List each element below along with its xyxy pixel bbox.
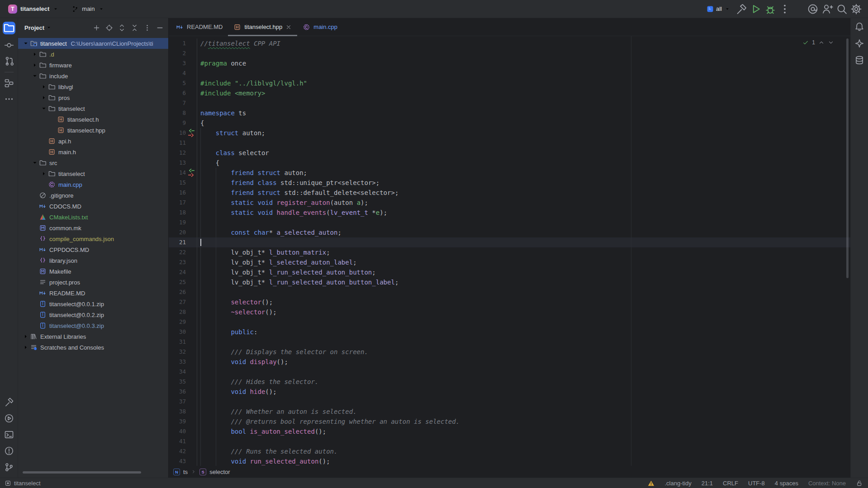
code-line[interactable]: 11 <box>169 138 850 148</box>
code-editor[interactable]: 1//titanselect CPP API23#pragma once45#i… <box>169 36 850 466</box>
tree-item[interactable]: library.json <box>18 255 168 266</box>
inspections-widget[interactable]: 1 <box>802 39 834 46</box>
tree-chevron-icon[interactable] <box>22 40 30 47</box>
close-icon[interactable] <box>285 24 292 30</box>
tree-chevron-icon[interactable] <box>31 72 39 80</box>
ai-sparkle-icon[interactable] <box>854 38 864 48</box>
chevron-down-icon[interactable] <box>46 24 52 31</box>
run-configuration-select[interactable]: all <box>704 5 733 14</box>
code-line[interactable]: 35 /// Hides the selector. <box>169 377 850 387</box>
more-kebab-icon[interactable] <box>778 3 791 15</box>
code-line[interactable]: 16 friend struct std::default_delete<sel… <box>169 188 850 198</box>
tree-item[interactable]: include <box>18 71 168 81</box>
code-line[interactable]: 27 selector(); <box>169 297 850 307</box>
code-with-me-icon[interactable] <box>821 3 834 15</box>
horizontal-scrollbar[interactable] <box>23 471 141 474</box>
code-line[interactable]: 31 <box>169 337 850 347</box>
search-everywhere-icon[interactable] <box>835 3 848 15</box>
code-line[interactable]: 40 bool is_auton_selected(); <box>169 426 850 436</box>
code-line[interactable]: 39 /// @returns bool representing whethe… <box>169 417 850 426</box>
code-line[interactable]: 13 { <box>169 158 850 168</box>
ai-assistant-icon[interactable] <box>806 3 819 15</box>
services-tool-window-icon[interactable] <box>4 413 14 423</box>
tree-chevron-icon[interactable] <box>40 94 48 101</box>
code-line[interactable]: 41 <box>169 436 850 446</box>
tree-chevron-icon[interactable] <box>40 105 48 112</box>
tree-chevron-icon[interactable] <box>31 62 39 69</box>
code-line[interactable]: 43 void run_selected_auton(); <box>169 456 850 466</box>
tree-item[interactable]: titanselectC:\Users\aaron\CLionProjects\… <box>18 38 168 49</box>
status-item[interactable]: .clang-tidy <box>664 480 691 487</box>
run-play-icon[interactable] <box>749 3 762 15</box>
tree-item[interactable]: api.h <box>18 136 168 147</box>
code-line[interactable]: 7 <box>169 98 850 108</box>
code-line[interactable]: 9{ <box>169 118 850 128</box>
code-line[interactable]: 15 friend class std::unique_ptr<selector… <box>169 178 850 188</box>
tree-item[interactable]: titanselect <box>18 103 168 114</box>
tree-item[interactable]: titanselect.h <box>18 114 168 125</box>
code-line[interactable]: 24 lv_obj_t* l_run_selected_auton_button… <box>169 267 850 277</box>
next-problem-icon[interactable] <box>828 39 834 46</box>
code-line[interactable]: 22 lv_obj_t* l_button_matrix; <box>169 247 850 257</box>
problems-tool-window-icon[interactable] <box>4 446 14 456</box>
code-line[interactable]: 42 /// Runs the selected auton. <box>169 446 850 456</box>
tree-item[interactable]: .gitignore <box>18 190 168 201</box>
code-line[interactable]: 30 public: <box>169 327 850 337</box>
more-kebab-icon[interactable] <box>143 24 151 32</box>
code-line[interactable]: 2 <box>169 48 850 58</box>
panel-title[interactable]: Project <box>24 24 44 31</box>
warning-triangle-icon[interactable] <box>648 480 655 487</box>
code-line[interactable]: 6#include <memory> <box>169 88 850 98</box>
expand-all-icon[interactable] <box>118 24 126 32</box>
debug-bug-icon[interactable] <box>764 3 777 15</box>
prev-problem-icon[interactable] <box>818 39 825 46</box>
tree-chevron-icon[interactable] <box>31 51 39 58</box>
tree-chevron-icon[interactable] <box>22 333 30 340</box>
code-line[interactable]: 4 <box>169 68 850 78</box>
code-line[interactable]: 28 ~selector(); <box>169 307 850 317</box>
build-tool-window-icon[interactable] <box>4 397 14 407</box>
tree-item[interactable]: firmware <box>18 60 168 71</box>
tree-item[interactable]: CMakeLists.txt <box>18 212 168 223</box>
tree-item[interactable]: Scratches and Consoles <box>18 342 168 353</box>
locate-file-icon[interactable] <box>105 24 113 32</box>
tree-item[interactable]: pros <box>18 92 168 103</box>
gutter-navigation-arrows-icon[interactable] <box>186 128 197 138</box>
tree-item[interactable]: common.mk <box>18 223 168 233</box>
code-line[interactable]: 20 const char* a_selected_auton; <box>169 227 850 237</box>
gutter-navigation-arrows-icon[interactable] <box>186 168 197 178</box>
tree-chevron-icon[interactable] <box>31 159 39 166</box>
code-line[interactable]: 12 class selector <box>169 148 850 158</box>
tree-chevron-icon[interactable] <box>40 170 48 177</box>
tree-item[interactable]: CPPDOCS.MD <box>18 244 168 255</box>
code-line[interactable]: 37 <box>169 397 850 407</box>
code-line[interactable]: 19 <box>169 218 850 227</box>
tree-item[interactable]: titanselect@0.0.2.zip <box>18 309 168 320</box>
tree-chevron-icon[interactable] <box>22 344 30 351</box>
code-line[interactable]: 17 static void register_auton(auton a); <box>169 198 850 208</box>
code-line[interactable]: 5#include "../liblvgl/lvgl.h" <box>169 78 850 88</box>
pull-requests-icon[interactable] <box>4 56 14 66</box>
status-item[interactable]: CRLF <box>723 480 738 487</box>
tree-item[interactable]: .d <box>18 49 168 60</box>
project-tool-window-icon[interactable] <box>3 22 15 34</box>
tree-item[interactable]: compile_commands.json <box>18 233 168 244</box>
status-item[interactable]: 4 spaces <box>775 480 798 487</box>
hide-panel-icon[interactable] <box>156 24 164 32</box>
tree-item[interactable]: titanselect.hpp <box>18 125 168 136</box>
code-line[interactable]: 36 void hide(); <box>169 387 850 397</box>
code-line[interactable]: 33 void display(); <box>169 357 850 367</box>
code-line[interactable]: 3#pragma once <box>169 58 850 68</box>
settings-gear-icon[interactable] <box>850 3 863 15</box>
code-line[interactable]: 14 friend struct auton; <box>169 168 850 178</box>
code-line[interactable]: 38 /// Whether an auton is selected. <box>169 407 850 417</box>
commit-tool-window-icon[interactable] <box>4 40 14 50</box>
tree-item[interactable]: src <box>18 157 168 168</box>
code-line[interactable]: 10 struct auton; <box>169 128 850 138</box>
tree-item[interactable]: README.MD <box>18 288 168 298</box>
tree-item[interactable]: titanselect <box>18 168 168 179</box>
status-project-widget[interactable]: titanselect <box>5 480 41 487</box>
tree-item[interactable]: Makefile <box>18 266 168 277</box>
tree-item[interactable]: main.h <box>18 147 168 157</box>
more-tool-windows-icon[interactable] <box>4 94 14 104</box>
